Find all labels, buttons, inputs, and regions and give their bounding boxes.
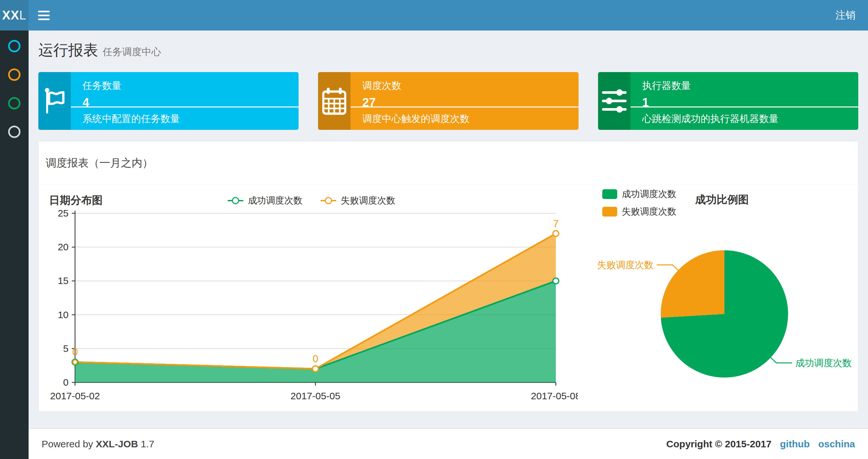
app-logo[interactable]: XXL [0, 0, 29, 31]
date-distribution-chart: 日期分布图 成功调度次数 失败调度次数 05101520252017-05-02… [39, 185, 584, 411]
legend-item-fail[interactable]: 失败调度次数 [321, 194, 395, 207]
stat-card-description: 心跳检测成功的执行器机器数量 [642, 112, 779, 126]
main-content: 运行报表任务调度中心 任务数量 4 系统中配置的任务数量 [29, 31, 868, 428]
success-point [553, 278, 559, 284]
line-chart-legend: 成功调度次数 失败调度次数 [39, 194, 584, 207]
github-link[interactable]: github [780, 438, 810, 450]
sliders-icon [598, 72, 630, 130]
schedule-report-panel: 调度报表（一月之内） 日期分布图 成功调度次数 失败调度次数 [38, 141, 858, 412]
footer-version: 1.7 [141, 438, 154, 449]
pie-callout-line [657, 265, 678, 270]
page-subtitle: 任务调度中心 [103, 46, 161, 57]
legend-item-success[interactable]: 成功调度次数 [228, 194, 303, 207]
y-tick-label: 15 [58, 275, 68, 286]
logo-light-text: L [19, 8, 26, 23]
oschina-link[interactable]: oschina [818, 438, 855, 450]
y-tick-label: 25 [58, 210, 68, 219]
logo-bold-text: XX [2, 8, 20, 23]
stat-card-description: 调度中心触发的调度次数 [362, 112, 469, 126]
footer-copyright: Copyright © 2015-2017 github oschina [666, 438, 855, 450]
calendar-icon [318, 72, 350, 130]
pie-slice-label: 失败调度次数 [597, 260, 654, 270]
stat-card-title: 任务数量 [83, 79, 299, 93]
circle-o-icon [8, 68, 21, 81]
app-root: XXL 注销 运行报表任务调度中心 [0, 0, 868, 459]
card-divider [350, 106, 578, 107]
point-label: 0 [312, 353, 318, 364]
circle-o-icon [8, 97, 21, 109]
y-tick-label: 10 [58, 309, 68, 320]
point-label: 7 [553, 218, 558, 230]
page-header: 运行报表任务调度中心 [29, 31, 868, 67]
sidebar-menu [0, 31, 29, 146]
sidebar-toggle-button[interactable] [29, 0, 59, 31]
x-tick-label: 2017-05-05 [290, 391, 340, 401]
stat-card-jobs: 任务数量 4 系统中配置的任务数量 [38, 72, 299, 130]
topbar-spacer [59, 0, 823, 31]
panel-title: 调度报表（一月之内） [46, 156, 153, 170]
top-navbar: XXL 注销 [0, 0, 868, 31]
line-marker-icon [228, 196, 243, 205]
pie-slice-label: 成功调度次数 [795, 358, 852, 368]
card-divider [630, 106, 858, 107]
pie-chart-canvas[interactable]: 成功调度次数失败调度次数 [584, 204, 860, 411]
y-tick-label: 20 [58, 241, 68, 252]
stat-card-executors: 执行器数量 1 心跳检测成功的执行器机器数量 [598, 72, 858, 130]
circle-o-icon [8, 40, 21, 52]
sidebar-item-1[interactable] [0, 32, 29, 60]
stat-cards-row: 任务数量 4 系统中配置的任务数量 调度次数 2 [38, 72, 858, 130]
flag-icon [38, 72, 71, 130]
x-tick-label: 2017-05-02 [50, 391, 100, 401]
fail-point [553, 231, 559, 237]
footer: Powered by XXL-JOB 1.7 Copyright © 2015-… [29, 428, 868, 459]
sidebar-item-3[interactable] [0, 89, 29, 118]
sidebar-item-4[interactable] [0, 118, 29, 146]
y-tick-label: 0 [63, 377, 68, 388]
y-tick-label: 5 [63, 343, 68, 354]
pie-slice [661, 250, 724, 318]
panel-header: 调度报表（一月之内） [39, 141, 858, 185]
logout-button[interactable]: 注销 [823, 0, 868, 31]
line-marker-icon [321, 196, 336, 205]
pie-callout-line [771, 358, 792, 363]
stat-card-title: 执行器数量 [642, 79, 858, 93]
success-ratio-chart: 成功调度次数 失败调度次数 成功比例图 成功调度次数失败调度次数 [584, 185, 860, 411]
line-chart-canvas[interactable]: 05101520252017-05-022017-05-052017-05-08… [45, 210, 578, 408]
footer-app-name: XXL-JOB [96, 438, 138, 449]
fail-point [73, 360, 77, 364]
charts-row: 日期分布图 成功调度次数 失败调度次数 05101520252017-05-02… [39, 185, 858, 411]
point-label: 0 [72, 347, 78, 358]
sidebar-item-2[interactable] [0, 60, 29, 89]
circle-o-icon [8, 126, 21, 138]
stat-card-triggers: 调度次数 27 调度中心触发的调度次数 [318, 72, 578, 130]
fail-point [312, 366, 318, 372]
page-title: 运行报表 [38, 41, 98, 59]
stat-card-title: 调度次数 [362, 79, 578, 93]
x-tick-label: 2017-05-08 [531, 391, 578, 401]
sidebar [0, 31, 29, 459]
footer-powered-by: Powered by XXL-JOB 1.7 [41, 438, 154, 450]
card-divider [71, 106, 299, 107]
hamburger-icon [38, 11, 50, 12]
stat-card-description: 系统中配置的任务数量 [83, 112, 180, 126]
